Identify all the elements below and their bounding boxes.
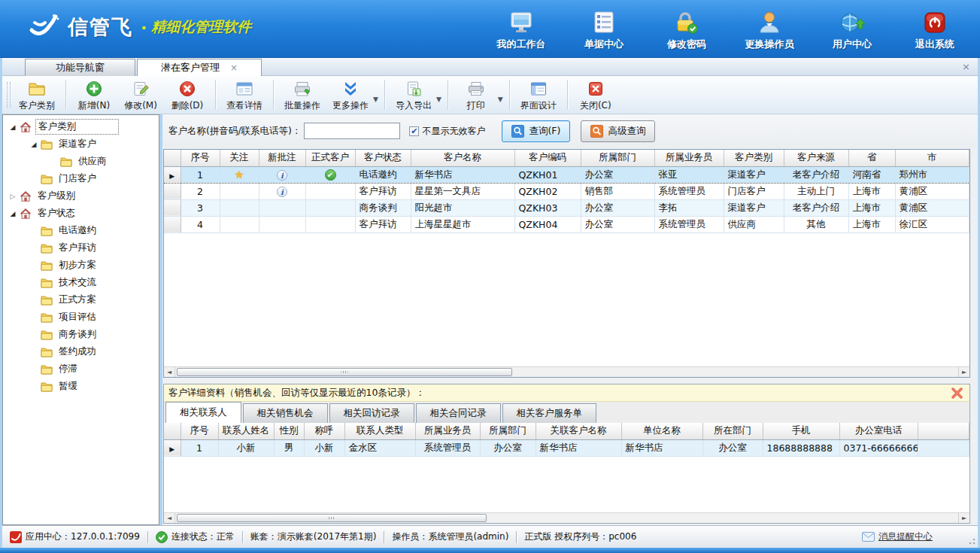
switch-operator-button[interactable]: 更换操作员: [738, 6, 801, 51]
detail-close-icon[interactable]: [951, 387, 963, 400]
col-source[interactable]: 客户来源: [784, 150, 848, 166]
col-seq[interactable]: 序号: [181, 150, 220, 166]
folder-icon: [41, 278, 53, 288]
close-icon: [587, 79, 604, 99]
col-gender[interactable]: 性别: [274, 423, 304, 439]
tab-close-icon[interactable]: ×: [230, 63, 238, 72]
scroll-right-arrow[interactable]: ►: [958, 513, 969, 523]
col-dept[interactable]: 所属部门: [581, 150, 654, 166]
tree-node-customer-category[interactable]: ◢ 客户类别: [3, 118, 159, 135]
import-export-dropdown-icon[interactable]: ▼: [436, 87, 441, 103]
customer-name-input[interactable]: [304, 123, 400, 139]
document-center-button[interactable]: 单据中心: [572, 6, 636, 51]
tree-node-status-item[interactable]: 客户拜访: [3, 239, 159, 257]
print-button[interactable]: 打印: [453, 76, 499, 114]
user-center-button[interactable]: 用户中心: [821, 6, 884, 51]
tree-node-status-item[interactable]: 电话邀约: [3, 222, 159, 239]
col-salesman[interactable]: 所属业务员: [654, 150, 724, 166]
col-province[interactable]: 省: [848, 150, 895, 166]
more-operations-button[interactable]: 更多操作: [326, 76, 375, 114]
col-contact-type[interactable]: 联系人类型: [344, 423, 415, 439]
col-status[interactable]: 客户状态: [355, 150, 411, 166]
query-button[interactable]: 查询(F): [502, 120, 570, 142]
more-operations-dropdown-icon[interactable]: ▼: [373, 87, 378, 103]
tab-related-followup-records[interactable]: 相关回访记录: [329, 403, 414, 423]
col-seq[interactable]: 序号: [181, 423, 218, 439]
tree-node-status-item[interactable]: 签约成功: [3, 343, 159, 360]
tab-potential-customer-management[interactable]: 潜在客户管理 ×: [137, 59, 262, 76]
tree-node-customer-status[interactable]: ◢ 客户状态: [3, 205, 159, 222]
col-salesman[interactable]: 所属业务员: [415, 423, 480, 439]
col-follow[interactable]: 关注: [220, 150, 259, 166]
batch-operation-button[interactable]: 批量操作: [278, 76, 326, 114]
tree-node-status-item[interactable]: 商务谈判: [3, 326, 159, 343]
edit-button[interactable]: 修改(M): [117, 76, 164, 114]
expand-icon[interactable]: ◢: [29, 141, 39, 148]
col-title[interactable]: 称呼: [304, 423, 344, 439]
col-mobile[interactable]: 手机: [763, 423, 839, 439]
delete-button[interactable]: 删除(D): [164, 76, 211, 114]
col-name[interactable]: 客户名称: [411, 150, 514, 166]
customer-category-button[interactable]: 客户类别: [13, 76, 61, 114]
tab-function-navigator[interactable]: 功能导航窗: [25, 59, 135, 76]
cell-source: 其他: [784, 216, 848, 232]
tree-node-store-customer[interactable]: 门店客户: [3, 170, 159, 187]
table-row[interactable]: 2 i 客户拜访 星星第一文具店 QZKH02 销售部 系统管理员 门店客户 主…: [164, 183, 969, 199]
tree-node-status-item[interactable]: 初步方案: [3, 257, 159, 274]
col-city[interactable]: 市: [895, 150, 969, 166]
tree-node-status-item[interactable]: 停滞: [3, 360, 159, 378]
expand-icon[interactable]: ◢: [8, 210, 18, 217]
tabstrip-close-icon[interactable]: ×: [962, 61, 970, 72]
scroll-right-arrow[interactable]: ►: [958, 367, 969, 377]
print-dropdown-icon[interactable]: ▼: [498, 87, 503, 103]
col-code[interactable]: 客户编码: [514, 150, 581, 166]
col-formal[interactable]: 正式客户: [305, 150, 355, 166]
tab-related-contacts[interactable]: 相关联系人: [165, 402, 241, 423]
col-dept[interactable]: 所属部门: [480, 423, 536, 439]
import-export-button[interactable]: 导入导出: [390, 76, 438, 114]
table-row[interactable]: ▶ 1 ★ i ✔ 电话邀约 新华书店 QZKH01 办公室 张亚 渠道客户 老…: [164, 166, 969, 183]
horizontal-scrollbar[interactable]: ◄ ►: [164, 366, 969, 377]
contact-table: 序号 联系人姓名 性别 称呼 联系人类型 所属业务员 所属部门 关联客户名称 单…: [164, 423, 969, 457]
close-button[interactable]: 关闭(C): [572, 76, 619, 114]
change-password-button[interactable]: 修改密码: [655, 6, 718, 51]
resize-grip[interactable]: [966, 536, 975, 545]
ui-design-button[interactable]: 界面设计: [514, 76, 563, 114]
hide-invalid-checkbox[interactable]: ✔ 不显示无效客户: [409, 125, 485, 138]
col-in-dept[interactable]: 所在部门: [702, 423, 763, 439]
scroll-left-arrow[interactable]: ◄: [164, 367, 175, 377]
horizontal-scrollbar[interactable]: ◄ ►: [164, 512, 969, 523]
tab-related-contract-records[interactable]: 相关合同记录: [416, 403, 501, 423]
add-button[interactable]: 新增(N): [71, 76, 117, 114]
tree-node-customer-level[interactable]: ▷ 客户级别: [3, 187, 159, 205]
advanced-query-button[interactable]: 高级查询: [581, 120, 655, 142]
exit-system-button[interactable]: 退出系统: [903, 6, 966, 51]
table-row[interactable]: ▶ 1 小新 男 小新 金水区 系统管理员 办公室 新华书店 新华书店 办公室 …: [164, 439, 969, 456]
col-category[interactable]: 客户类别: [724, 150, 784, 166]
message-center-link[interactable]: 消息提醒中心: [862, 530, 933, 543]
tab-related-sales-opportunities[interactable]: 相关销售机会: [243, 403, 328, 423]
workbench-button[interactable]: 我的工作台: [490, 6, 553, 51]
col-contact-name[interactable]: 联系人姓名: [218, 423, 274, 439]
scrollbar-thumb[interactable]: [177, 368, 512, 376]
col-note[interactable]: 新批注: [259, 150, 305, 166]
tree-label: 商务谈判: [56, 327, 99, 342]
scrollbar-thumb[interactable]: [177, 514, 487, 522]
view-detail-button[interactable]: 查看详情: [220, 76, 269, 114]
scroll-left-arrow[interactable]: ◄: [164, 513, 175, 523]
tree-node-status-item[interactable]: 项目评估: [3, 308, 159, 326]
tree-node-channel-customer[interactable]: ◢ 渠道客户: [3, 135, 159, 153]
expand-icon[interactable]: ◢: [8, 123, 18, 131]
table-row[interactable]: 3 商务谈判 阳光超市 QZKH03 办公室 李拓 渠道客户 老客户介绍 上海市…: [164, 199, 969, 216]
table-row[interactable]: 4 客户拜访 上海星星超市 QZKH04 办公室 系统管理员 供应商 其他 上海…: [164, 216, 969, 232]
tree-node-status-item[interactable]: 暂缓: [3, 378, 159, 395]
tree-node-status-item[interactable]: 正式方案: [3, 291, 159, 308]
tree-node-status-item[interactable]: 技术交流: [3, 274, 159, 291]
collapse-icon[interactable]: ▷: [8, 193, 18, 200]
tree-node-supplier[interactable]: 供应商: [3, 153, 159, 170]
col-office-phone[interactable]: 办公室电话: [839, 423, 918, 439]
note-info-icon: i: [277, 187, 287, 197]
col-linked-customer[interactable]: 关联客户名称: [536, 423, 621, 439]
col-company[interactable]: 单位名称: [621, 423, 702, 439]
tab-related-service-orders[interactable]: 相关客户服务单: [502, 403, 597, 423]
